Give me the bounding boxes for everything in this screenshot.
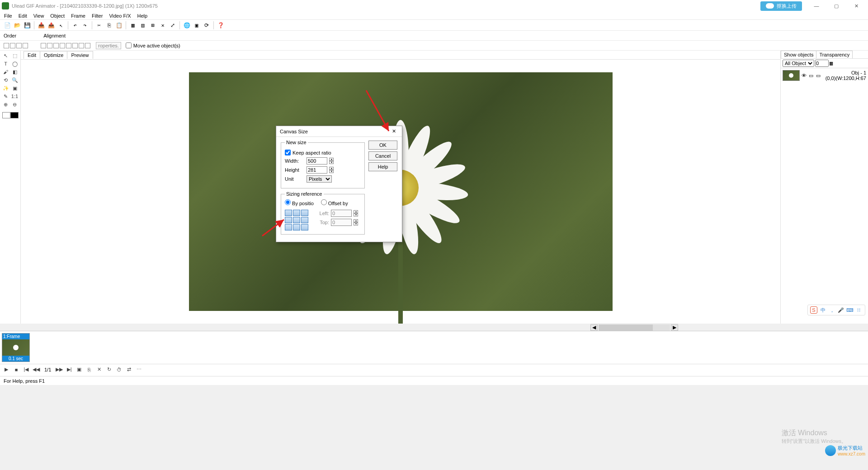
ime-s-icon[interactable]: S (810, 306, 817, 314)
cancel-button[interactable]: Cancel (368, 151, 397, 160)
brush-tool-icon[interactable]: 🖌 (1, 68, 10, 76)
loop-icon[interactable]: ↻ (105, 366, 113, 373)
eyedrop-tool-icon[interactable]: ✎ (1, 92, 10, 100)
timing-icon[interactable]: ⏱ (115, 366, 123, 373)
object-row[interactable]: 👁 ▭ ▭ Obj - 1 (0,0)(W:1200,H:67 (781, 68, 868, 83)
link-icon[interactable]: ▭ (816, 73, 821, 78)
globe-icon[interactable]: 🌐 (182, 21, 191, 30)
pos-tc[interactable] (293, 210, 300, 216)
tab-show-objects[interactable]: Show objects (781, 51, 816, 58)
pos-tr[interactable] (301, 210, 308, 216)
open-icon[interactable]: 📂 (13, 21, 22, 30)
zoomout-tool-icon[interactable]: ⊖ (10, 100, 19, 108)
ime-toolbar[interactable]: S 中 ， 🎤 ⌨ ⁝⁝ (807, 305, 865, 315)
save-icon[interactable]: 💾 (23, 21, 32, 30)
move-active-checkbox[interactable]: Move active object(s) (126, 42, 180, 48)
lasso-tool-icon[interactable]: ⟲ (1, 76, 10, 84)
more-icon[interactable]: ⋯ (135, 366, 142, 373)
grid-icon[interactable]: ▦ (128, 21, 137, 30)
menu-file[interactable]: File (2, 13, 14, 19)
menu-edit[interactable]: Edit (16, 13, 29, 19)
resize-icon[interactable]: ⤢ (168, 21, 177, 30)
align-middle-icon[interactable] (66, 43, 71, 48)
layers-icon[interactable]: ▤ (138, 21, 147, 30)
ime-punct-icon[interactable]: ， (828, 306, 835, 314)
eye-icon[interactable]: 👁 (802, 73, 807, 78)
import-icon[interactable]: 📥 (37, 21, 46, 30)
move-active-check[interactable] (126, 42, 132, 48)
pos-bc[interactable] (293, 224, 300, 230)
lock-icon[interactable]: ▭ (809, 73, 814, 78)
align-right-icon[interactable] (53, 43, 59, 48)
top-spinner[interactable]: ▴▾ (354, 219, 358, 226)
first-frame-button[interactable]: |◀ (23, 366, 30, 373)
pos-br[interactable] (301, 224, 308, 230)
ok-button[interactable]: OK (368, 141, 397, 150)
left-input[interactable] (331, 210, 352, 217)
dup-frame-icon[interactable]: ⎘ (85, 366, 93, 373)
offset-by-radio[interactable]: Offset by (321, 199, 348, 206)
ime-menu-icon[interactable]: ⁝⁝ (855, 306, 863, 314)
horizontal-scrollbar[interactable]: ◀ ▶ (590, 324, 678, 331)
top-input[interactable] (331, 219, 352, 226)
objects-filter-select[interactable]: All Object: (783, 60, 814, 67)
height-spinner[interactable]: ▴▾ (329, 167, 334, 173)
objects-spin-input[interactable] (815, 60, 829, 67)
help-button[interactable]: Help (368, 162, 397, 171)
keep-aspect-checkbox[interactable] (285, 150, 291, 155)
frame-1[interactable]: 1:Frame 0.1 sec (2, 333, 30, 362)
copy-icon[interactable]: ⎘ (104, 21, 113, 30)
fit-icon[interactable]: ⊞ (148, 21, 157, 30)
zoom-tool-icon[interactable]: 🔍 (10, 76, 19, 84)
help-icon[interactable]: ❓ (216, 21, 225, 30)
width-spinner[interactable]: ▴▾ (329, 158, 334, 164)
pointer-icon[interactable]: ↖ (57, 21, 66, 30)
tween-icon[interactable]: ⇄ (125, 366, 132, 373)
ime-mic-icon[interactable]: 🎤 (837, 306, 844, 314)
ime-keyboard-icon[interactable]: ⌨ (846, 306, 854, 314)
left-spinner[interactable]: ▴▾ (354, 210, 358, 216)
grid-toggle-icon[interactable]: ▦ (830, 60, 833, 66)
pos-tl[interactable] (285, 210, 292, 216)
menu-filter[interactable]: Filter (90, 13, 105, 19)
paste-icon[interactable]: 📋 (114, 21, 123, 30)
tab-edit[interactable]: Edit (24, 51, 40, 59)
order-forward-icon[interactable] (10, 43, 15, 48)
marquee-tool-icon[interactable]: ⬚ (10, 52, 19, 60)
properties-button[interactable]: roperties. (96, 42, 121, 49)
tab-optimize[interactable]: Optimize (40, 51, 67, 59)
stop-button[interactable]: ■ (13, 366, 20, 373)
preview-icon[interactable]: ▣ (192, 21, 201, 30)
pos-mc[interactable] (293, 217, 300, 223)
tab-preview[interactable]: Preview (67, 51, 93, 59)
menu-object[interactable]: Object (48, 13, 67, 19)
add-frame-icon[interactable]: ▣ (75, 366, 83, 373)
align-center-icon[interactable] (47, 43, 52, 48)
crop-tool-icon[interactable]: ▣ (10, 84, 19, 92)
menu-frame[interactable]: Frame (69, 13, 88, 19)
maximize-button[interactable]: ▢ (826, 0, 846, 12)
position-grid[interactable] (285, 210, 308, 230)
align-bottom-icon[interactable] (72, 43, 78, 48)
foreground-swatch[interactable] (2, 112, 10, 118)
menu-help[interactable]: Help (135, 13, 150, 19)
height-input[interactable] (307, 166, 327, 174)
undo-icon[interactable]: ↶ (71, 21, 80, 30)
new-icon[interactable]: 📄 (3, 21, 12, 30)
unit-select[interactable]: Pixels (307, 175, 332, 183)
pos-ml[interactable] (285, 217, 292, 223)
export-icon[interactable]: 📤 (47, 21, 56, 30)
del-frame-icon[interactable]: ✕ (95, 366, 103, 373)
zoomin-tool-icon[interactable]: ⊕ (1, 100, 10, 108)
pointer-tool-icon[interactable]: ↖ (1, 52, 10, 60)
pos-mr[interactable] (301, 217, 308, 223)
scroll-left-icon[interactable]: ◀ (590, 324, 598, 331)
play-button[interactable]: ▶ (3, 366, 10, 373)
ime-lang-icon[interactable]: 中 (819, 306, 826, 314)
align-dist-h-icon[interactable] (79, 43, 84, 48)
text-tool-icon[interactable]: T (1, 60, 10, 68)
wand-tool-icon[interactable]: ✨ (1, 84, 10, 92)
tab-transparency[interactable]: Transparency (816, 51, 853, 58)
align-left-icon[interactable] (41, 43, 46, 48)
align-dist-v-icon[interactable] (85, 43, 90, 48)
